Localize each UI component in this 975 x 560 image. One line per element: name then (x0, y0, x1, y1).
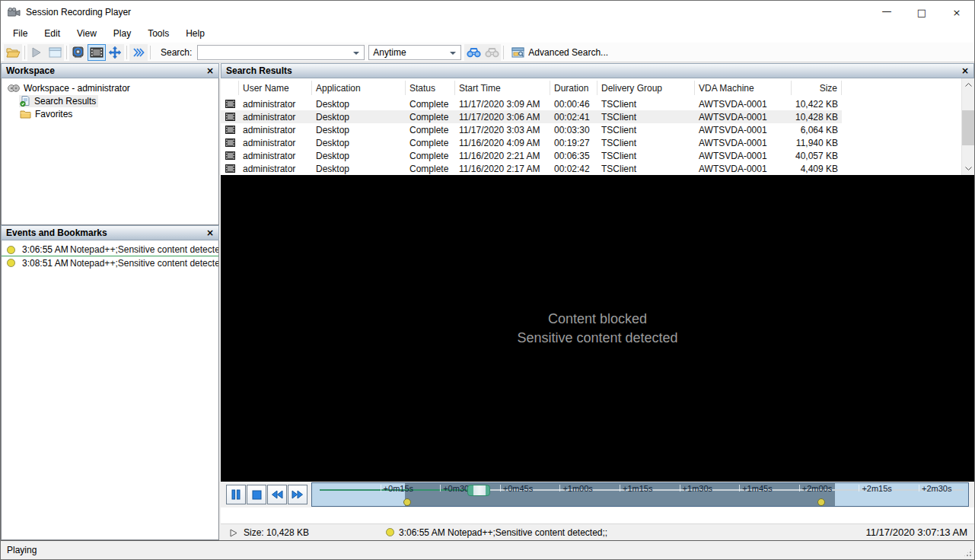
cell-user-name: administrator (239, 123, 312, 136)
open-recording-button[interactable] (4, 44, 22, 61)
result-row[interactable]: administrator Desktop Complete 11/17/202… (221, 123, 974, 136)
cell-delivery-group: TSClient (597, 136, 695, 149)
more-tools-button[interactable] (129, 44, 148, 61)
col-header-icon (221, 81, 239, 95)
event-marker-icon (7, 259, 15, 267)
timeline-tick-label: +1m45s (742, 484, 772, 493)
menu-bar: FileEditViewPlayToolsHelp (1, 24, 974, 43)
player-status-bar: Size: 10,428 KB 3:06:55 AM Notepad++;Sen… (221, 523, 974, 540)
toolbar: Search: Anytime Advanced Search... (1, 43, 974, 62)
current-event-text: 3:06:55 AM Notepad++;Sensitive content d… (399, 527, 607, 538)
fast-forward-button[interactable] (288, 485, 307, 504)
scroll-up-button[interactable] (962, 78, 975, 91)
toolbar-separator (150, 46, 151, 59)
film-frame-icon (90, 47, 104, 58)
menu-item[interactable]: Edit (36, 25, 69, 42)
result-row[interactable]: administrator Desktop Complete 11/16/202… (221, 136, 974, 149)
event-marker-icon (7, 246, 15, 254)
workspace-close-button[interactable]: × (206, 66, 214, 75)
menu-item[interactable]: View (69, 25, 105, 42)
search-label: Search: (161, 47, 192, 58)
timeline[interactable]: +0m15s+0m30s+0m45s+1m00s+1m15s+1m30s+1m4… (311, 482, 969, 507)
pause-button[interactable] (226, 485, 246, 504)
event-row[interactable]: 3:06:55 AM Notepad++;Sensitive content d… (2, 243, 218, 256)
recording-size: Size: 10,428 KB (244, 527, 309, 538)
time-filter-value: Anytime (373, 47, 406, 58)
col-header-vda-machine[interactable]: VDA Machine (695, 81, 792, 95)
film-reel-icon (8, 84, 20, 93)
col-header-application[interactable]: Application (312, 81, 406, 95)
col-header-status[interactable]: Status (406, 81, 455, 95)
pause-icon (231, 489, 241, 500)
window-frame-icon (49, 47, 62, 58)
menu-item[interactable]: Play (105, 25, 139, 42)
tree-item-search-results[interactable]: Search Results (2, 94, 218, 107)
stop-button[interactable] (247, 485, 266, 504)
video-viewport: Content blocked Sensitive content detect… (221, 175, 974, 482)
cell-size: 4,409 KB (792, 162, 842, 175)
close-button[interactable]: × (939, 1, 974, 24)
time-filter-combobox[interactable]: Anytime (368, 45, 461, 60)
blocked-line2: Sensitive content detected (517, 329, 677, 348)
results-rows: administrator Desktop Complete 11/17/202… (221, 97, 974, 175)
maximize-button[interactable]: □ (904, 1, 939, 24)
cell-duration: 00:02:41 (550, 110, 597, 123)
event-description: Notepad++;Sensitive content detecte... (70, 244, 218, 255)
workspace-tree: Workspace - administrator Search Results… (1, 78, 219, 225)
chevron-down-icon (353, 52, 359, 55)
cell-status: Complete (406, 149, 455, 162)
timeline-event-marker-2[interactable] (817, 498, 825, 506)
folder-icon (20, 110, 31, 119)
cell-application: Desktop (312, 149, 406, 162)
tree-item-workspace-root[interactable]: Workspace - administrator (2, 81, 218, 94)
rewind-button[interactable] (267, 485, 287, 504)
advanced-search-button[interactable]: Advanced Search... (506, 44, 613, 61)
result-row[interactable]: administrator Desktop Complete 11/17/202… (221, 110, 974, 123)
col-header-delivery-group[interactable]: Delivery Group (597, 81, 695, 95)
toolbar-separator (66, 46, 67, 59)
events-close-button[interactable]: × (206, 228, 214, 237)
cell-vda-machine: AWTSVDA-0001 (695, 149, 792, 162)
find-button[interactable] (464, 44, 483, 61)
result-row[interactable]: administrator Desktop Complete 11/16/202… (221, 162, 974, 175)
close-icon: × (961, 65, 969, 76)
cell-vda-machine: AWTSVDA-0001 (695, 136, 792, 149)
app-camera-icon (8, 8, 21, 18)
col-header-user-name[interactable]: User Name (239, 81, 312, 95)
resize-grip[interactable] (963, 548, 973, 558)
col-header-size[interactable]: Size (792, 81, 842, 95)
minimize-button[interactable]: — (869, 1, 904, 24)
result-row[interactable]: administrator Desktop Complete 11/16/202… (221, 149, 974, 162)
player-window-button[interactable] (46, 44, 64, 61)
play-toolbar-button[interactable] (27, 44, 46, 61)
col-header-duration[interactable]: Duration (550, 81, 597, 95)
event-row[interactable]: 3:08:51 AM Notepad++;Sensitive content d… (2, 256, 218, 269)
find-next-button[interactable] (483, 44, 501, 61)
binoculars-disabled-icon (485, 47, 499, 58)
col-header-start-time[interactable]: Start Time (455, 81, 550, 95)
chevron-down-icon (450, 52, 456, 55)
scroll-down-button[interactable] (962, 162, 975, 175)
tree-item-favorites[interactable]: Favorites (2, 107, 218, 120)
recorder-icon (72, 46, 85, 58)
timeline-event-marker-1[interactable] (403, 498, 411, 506)
rewind-icon (271, 490, 283, 499)
cell-vda-machine: AWTSVDA-0001 (695, 110, 792, 123)
result-row[interactable]: administrator Desktop Complete 11/17/202… (221, 97, 974, 110)
search-results-title: Search Results (226, 65, 292, 76)
search-results-close-button[interactable]: × (961, 66, 969, 75)
menu-item[interactable]: Tools (139, 25, 177, 42)
menu-item[interactable]: File (5, 25, 36, 42)
scroll-thumb[interactable] (962, 110, 975, 145)
table-scrollbar[interactable] (961, 78, 974, 175)
menu-item[interactable]: Help (177, 25, 213, 42)
window-title: Session Recording Player (26, 7, 131, 18)
search-combobox[interactable] (197, 45, 365, 60)
playback-state-icon (230, 529, 237, 537)
pan-button[interactable] (106, 44, 124, 61)
cell-application: Desktop (312, 110, 406, 123)
timeline-tick-label: +1m30s (683, 484, 712, 493)
recorder-view-button[interactable] (69, 44, 88, 61)
film-view-button[interactable] (88, 44, 106, 61)
timeline-handle[interactable] (467, 485, 490, 496)
